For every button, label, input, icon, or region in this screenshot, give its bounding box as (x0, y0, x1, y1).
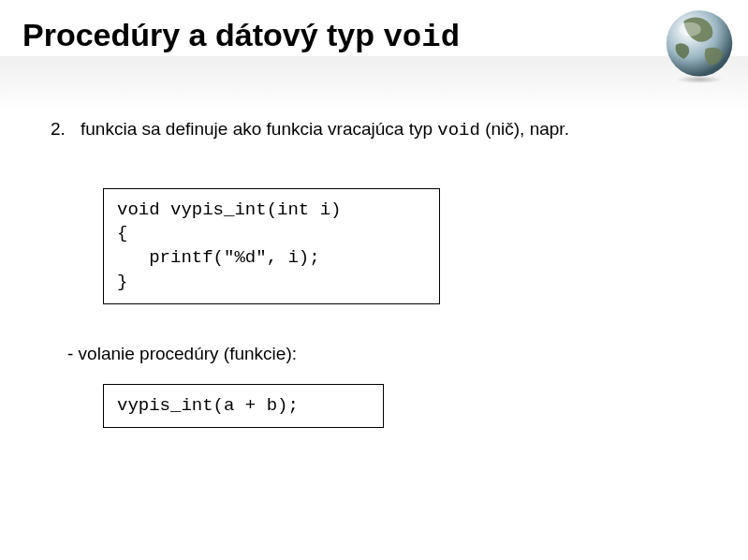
list-number: 2. (51, 117, 71, 143)
list-text-before: funkcia sa definuje ako funkcia vracajúc… (81, 119, 437, 139)
sub-item-call: - volanie procedúry (funkcie): (67, 342, 711, 367)
slide-title: Procedúry a dátový typ void (0, 0, 748, 61)
code-block-call: vypis_int(a + b); (103, 384, 384, 429)
list-text-code: void (437, 120, 480, 140)
content-area: 2. funkcia sa definuje ako funkcia vraca… (0, 61, 748, 428)
code-block-definition: void vypis_int(int i) { printf("%d", i);… (103, 188, 440, 305)
list-text-after: (nič), napr. (480, 119, 569, 139)
list-item-2: 2. funkcia sa definuje ako funkcia vraca… (51, 117, 711, 143)
list-text: funkcia sa definuje ako funkcia vracajúc… (81, 117, 569, 143)
title-text: Procedúry a dátový typ (22, 17, 383, 52)
title-code: void (383, 20, 460, 55)
